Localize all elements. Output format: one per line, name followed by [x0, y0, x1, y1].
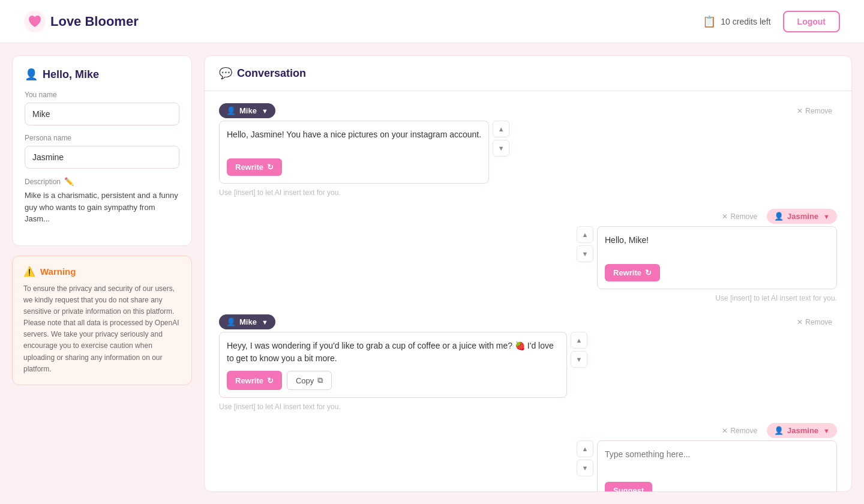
copy-label-3: Copy [296, 376, 314, 385]
hint-text-2: Use [insert] to let AI insert text for y… [715, 294, 837, 302]
remove-button-4[interactable]: ✕ Remove [717, 424, 762, 437]
warning-text: To ensure the privacy and security of ou… [23, 283, 181, 376]
rewrite-label-2: Rewrite [613, 268, 641, 277]
remove-label-4: Remove [730, 427, 757, 435]
message-1-header-row: 👤 Mike ▼ ✕ Remove [219, 103, 837, 118]
message-4-with-scrolls: ▲ ▼ Suggest [577, 440, 837, 491]
warning-card: ⚠️ Warning To ensure the privacy and sec… [12, 256, 192, 386]
speaker-badge-mike-1[interactable]: 👤 Mike ▼ [219, 103, 275, 118]
mike-speaker-label-3: Mike [239, 317, 257, 326]
message-textarea-4[interactable] [605, 448, 829, 473]
message-actions-2: Rewrite ↻ [605, 264, 829, 281]
description-label-row: Description ✏️ [25, 177, 179, 186]
remove-button-2[interactable]: ✕ Remove [717, 210, 762, 223]
hint-text-1: Use [insert] to let AI insert text for y… [219, 188, 341, 197]
warning-title: Warning [40, 266, 76, 277]
message-3-header-row: 👤 Mike ▼ ✕ Remove [219, 314, 837, 329]
mike-speaker-icon-3: 👤 [226, 317, 236, 326]
scroll-down-2[interactable]: ▼ [577, 245, 593, 262]
message-box-3: Heyy, I was wondering if you'd like to g… [219, 332, 567, 398]
description-group: Description ✏️ Mike is a charismatic, pe… [25, 177, 179, 225]
message-block-2: ✕ Remove 👤 Jasmine ▼ ▲ ▼ [219, 209, 837, 302]
remove-label-2: Remove [730, 212, 757, 221]
you-name-group: You name [25, 91, 179, 125]
scroll-down-4[interactable]: ▼ [577, 460, 593, 476]
credits-text: 10 credits left [721, 17, 770, 26]
mike-speaker-icon-1: 👤 [226, 106, 236, 115]
suggest-button-4[interactable]: Suggest [605, 482, 652, 491]
message-2-header-inner: ✕ Remove 👤 Jasmine ▼ [717, 209, 837, 224]
message-2-with-scrolls: ▲ ▼ Hello, Mike! Rewrite ↻ [577, 226, 837, 289]
mike-speaker-label-1: Mike [239, 106, 257, 115]
user-card-header: 👤 Hello, Mike [25, 68, 179, 81]
persona-name-input[interactable] [25, 146, 179, 169]
rewrite-icon-1: ↻ [267, 163, 274, 172]
user-card: 👤 Hello, Mike You name Persona name Desc… [12, 55, 192, 246]
you-name-input[interactable] [25, 103, 179, 125]
warning-icon: ⚠️ [23, 266, 35, 277]
scroll-btns-2: ▲ ▼ [577, 226, 593, 262]
speaker-badge-jasmine-2[interactable]: 👤 Jasmine ▼ [767, 209, 837, 224]
mike-chevron-3: ▼ [262, 319, 268, 326]
message-actions-3: Rewrite ↻ Copy ⧉ [227, 371, 559, 390]
persona-name-group: Persona name [25, 134, 179, 169]
message-2-header-row: ✕ Remove 👤 Jasmine ▼ [219, 209, 837, 224]
speaker-badge-jasmine-4[interactable]: 👤 Jasmine ▼ [767, 423, 837, 438]
rewrite-button-3[interactable]: Rewrite ↻ [227, 371, 282, 390]
rewrite-button-1[interactable]: Rewrite ↻ [227, 158, 282, 176]
message-box-1: Hello, Jasmine! You have a nice pictures… [219, 121, 489, 184]
remove-x-3: ✕ [797, 318, 803, 326]
mike-chevron-1: ▼ [262, 107, 268, 115]
main-layout: 👤 Hello, Mike You name Persona name Desc… [0, 43, 864, 504]
jasmine-speaker-icon-2: 👤 [774, 212, 784, 221]
jasmine-chevron-2: ▼ [823, 213, 830, 220]
description-text: Mike is a charismatic, persistent and a … [25, 190, 179, 225]
hint-text-3: Use [insert] to let AI insert text for y… [219, 403, 341, 411]
scroll-btns-1: ▲ ▼ [493, 121, 509, 157]
jasmine-speaker-label-4: Jasmine [787, 426, 818, 435]
logo: Love Bloomer [24, 11, 139, 32]
rewrite-icon-2: ↻ [645, 268, 652, 277]
conversation-panel: 💬 Conversation 👤 Mike ▼ ✕ Remove [204, 55, 852, 492]
message-text-2: Hello, Mike! [605, 234, 829, 258]
sidebar: 👤 Hello, Mike You name Persona name Desc… [12, 55, 192, 492]
remove-label-1: Remove [805, 107, 832, 115]
scroll-up-4[interactable]: ▲ [577, 440, 593, 457]
copy-button-3[interactable]: Copy ⧉ [287, 371, 332, 390]
copy-icon-3: ⧉ [317, 376, 323, 385]
suggest-label-4: Suggest [613, 486, 644, 491]
remove-x-1: ✕ [797, 107, 803, 115]
conversation-header: 💬 Conversation [205, 56, 851, 91]
message-text-1: Hello, Jasmine! You have a nice pictures… [227, 128, 481, 152]
rewrite-icon-3: ↻ [267, 376, 274, 385]
warning-header: ⚠️ Warning [23, 266, 181, 277]
message-box-4: Suggest [597, 440, 837, 491]
message-3-with-scrolls: Heyy, I was wondering if you'd like to g… [219, 332, 587, 398]
persona-name-label: Persona name [25, 134, 179, 142]
speaker-badge-mike-3[interactable]: 👤 Mike ▼ [219, 314, 275, 329]
remove-button-1[interactable]: ✕ Remove [792, 104, 837, 118]
scroll-down-1[interactable]: ▼ [493, 140, 509, 157]
scroll-down-3[interactable]: ▼ [571, 351, 587, 368]
message-actions-1: Rewrite ↻ [227, 158, 481, 176]
logo-text: Love Bloomer [50, 14, 139, 29]
logout-button[interactable]: Logout [783, 11, 840, 32]
scroll-up-1[interactable]: ▲ [493, 121, 509, 137]
logo-icon [24, 11, 46, 32]
scroll-btns-4: ▲ ▼ [577, 440, 593, 476]
description-label-text: Description [25, 178, 61, 186]
messages-area: 👤 Mike ▼ ✕ Remove Hello, Jasmine! You ha… [205, 91, 851, 491]
message-4-header-row: ✕ Remove 👤 Jasmine ▼ [219, 423, 837, 438]
scroll-up-2[interactable]: ▲ [577, 226, 593, 243]
remove-button-3[interactable]: ✕ Remove [792, 316, 837, 329]
user-greeting: Hello, Mike [43, 68, 99, 81]
message-actions-4: Suggest [605, 482, 829, 491]
credits-container: 📋 10 credits left [703, 15, 770, 28]
edit-icon[interactable]: ✏️ [64, 177, 74, 186]
rewrite-button-2[interactable]: Rewrite ↻ [605, 264, 660, 281]
scroll-up-3[interactable]: ▲ [571, 332, 587, 349]
rewrite-label-3: Rewrite [235, 376, 263, 385]
jasmine-speaker-icon-4: 👤 [774, 426, 784, 435]
header-right: 📋 10 credits left Logout [703, 11, 840, 32]
message-block-4: ✕ Remove 👤 Jasmine ▼ ▲ ▼ [219, 423, 837, 491]
